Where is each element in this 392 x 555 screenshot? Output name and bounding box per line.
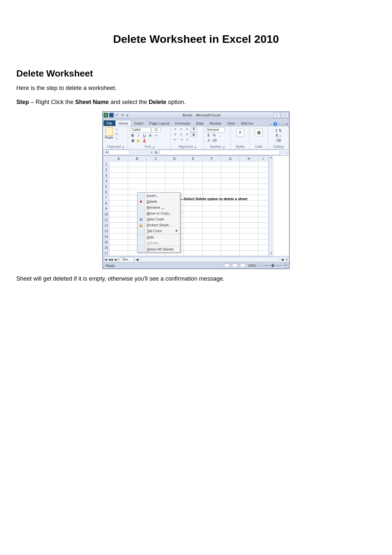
row-header[interactable]: 4 bbox=[103, 178, 109, 184]
row-header[interactable]: 12 bbox=[103, 223, 109, 228]
underline-button[interactable]: U bbox=[142, 133, 147, 138]
cells-icon[interactable]: ▦ bbox=[255, 129, 263, 136]
inc-decimal-button[interactable]: .0 bbox=[206, 138, 211, 143]
row-header[interactable]: 17 bbox=[103, 251, 109, 256]
vertical-scrollbar[interactable]: ▲ ▼ bbox=[269, 156, 273, 256]
tab-addins[interactable]: Add-Ins bbox=[238, 120, 256, 126]
row-header[interactable]: 6 bbox=[103, 189, 109, 195]
view-layout-button[interactable] bbox=[232, 263, 238, 268]
ctx-rename[interactable]: Rename bbox=[138, 204, 180, 210]
namebox-dropdown[interactable]: ▾ bbox=[150, 151, 154, 154]
align-right[interactable]: ≡ bbox=[185, 132, 190, 136]
currency-button[interactable]: $ bbox=[206, 133, 211, 138]
fx-icon[interactable]: fx bbox=[154, 150, 159, 154]
shrink-font-button[interactable]: A bbox=[154, 133, 159, 138]
col-header[interactable]: C bbox=[147, 156, 165, 162]
orientation[interactable]: ⤭ bbox=[185, 138, 190, 142]
font-name-select[interactable]: Calibri bbox=[130, 127, 151, 132]
tab-home[interactable]: Home bbox=[115, 120, 131, 126]
sort-button[interactable]: ⇅ bbox=[279, 129, 282, 133]
col-header[interactable]: F bbox=[203, 156, 221, 162]
copy-icon[interactable]: ⧉ bbox=[115, 132, 119, 136]
ctx-tab-color[interactable]: Tab Color▶ bbox=[138, 228, 180, 234]
col-header[interactable]: G bbox=[221, 156, 240, 162]
format-painter-icon[interactable]: ✎ bbox=[115, 137, 119, 141]
bold-button[interactable]: B bbox=[130, 133, 135, 138]
ctx-delete[interactable]: ✖ Delete ← bbox=[138, 199, 180, 204]
minimize-ribbon-icon[interactable]: ⌄ bbox=[269, 122, 272, 126]
wb-close[interactable]: x bbox=[286, 122, 288, 126]
font-size-select[interactable]: 11 bbox=[152, 127, 161, 132]
row-header[interactable]: 1 bbox=[103, 162, 109, 167]
tab-file[interactable]: File bbox=[104, 120, 115, 126]
col-header[interactable]: I bbox=[258, 156, 269, 162]
scroll-up-icon[interactable]: ▲ bbox=[269, 156, 273, 160]
fill-button[interactable]: ⬇ bbox=[275, 133, 278, 138]
font-color-button[interactable]: A bbox=[142, 138, 147, 143]
col-header[interactable]: A bbox=[109, 156, 128, 162]
help-icon[interactable]: ? bbox=[273, 122, 277, 126]
worksheet-grid[interactable]: A B C D E F G H I 1 2 3 4 5 6 7 8 9 10 1… bbox=[103, 156, 269, 256]
col-header[interactable]: E bbox=[184, 156, 203, 162]
fx-expand[interactable]: ⌄ bbox=[285, 151, 289, 154]
fill-color-button[interactable]: ◧ bbox=[136, 138, 141, 143]
row-header[interactable]: 14 bbox=[103, 234, 109, 239]
row-header[interactable]: 7 bbox=[103, 195, 109, 200]
save-icon[interactable] bbox=[109, 113, 114, 117]
find-button[interactable]: ⌕ bbox=[279, 133, 282, 138]
wb-minimize[interactable]: ─ bbox=[279, 122, 281, 126]
row-header[interactable]: 8 bbox=[103, 200, 109, 206]
align-mid[interactable]: ≡ bbox=[179, 127, 184, 131]
indent-inc[interactable]: ⇥ bbox=[179, 138, 184, 142]
row-header[interactable]: 15 bbox=[103, 239, 109, 245]
wrap-text-button[interactable]: ≣ bbox=[190, 127, 197, 132]
cut-icon[interactable]: ✂ bbox=[115, 127, 119, 131]
ctx-insert[interactable]: Insert... bbox=[138, 193, 180, 199]
align-top[interactable]: ≡ bbox=[173, 127, 178, 131]
comma-button[interactable]: , bbox=[218, 133, 223, 138]
zoom-slider[interactable] bbox=[263, 265, 282, 266]
tab-insert[interactable]: Insert bbox=[131, 120, 146, 126]
maximize-button[interactable]: □ bbox=[281, 113, 288, 118]
row-header[interactable]: 9 bbox=[103, 206, 109, 212]
styles-icon[interactable]: A bbox=[236, 129, 244, 136]
col-header[interactable]: B bbox=[128, 156, 147, 162]
scroll-down-icon[interactable]: ▼ bbox=[269, 252, 273, 256]
sheet-tab[interactable]: She… bbox=[120, 257, 134, 262]
view-pagebreak-button[interactable] bbox=[240, 263, 246, 268]
row-header[interactable]: 16 bbox=[103, 245, 109, 251]
ctx-hide[interactable]: Hide bbox=[138, 234, 180, 240]
clear-button[interactable]: ⌫ bbox=[276, 138, 281, 143]
select-all-corner[interactable] bbox=[103, 156, 109, 162]
undo-button[interactable]: ↶ bbox=[115, 113, 119, 117]
row-header[interactable]: 2 bbox=[103, 167, 109, 173]
paste-button[interactable]: Paste bbox=[105, 127, 113, 139]
row-header[interactable]: 13 bbox=[103, 228, 109, 234]
tab-page-layout[interactable]: Page Layout bbox=[146, 120, 172, 126]
grow-font-button[interactable]: A bbox=[148, 133, 153, 138]
row-header[interactable]: 10 bbox=[103, 212, 109, 217]
align-left[interactable]: ≡ bbox=[173, 132, 178, 136]
split-handle[interactable]: ▯ bbox=[285, 258, 289, 261]
percent-button[interactable]: % bbox=[212, 133, 217, 138]
formula-bar[interactable] bbox=[159, 150, 280, 155]
dec-decimal-button[interactable]: .00 bbox=[212, 138, 217, 143]
horizontal-scrollbar[interactable]: ◀▶ bbox=[136, 257, 285, 261]
view-normal-button[interactable] bbox=[224, 263, 230, 268]
merge-button[interactable]: ▦ bbox=[190, 132, 197, 137]
qat-more[interactable]: ▾ bbox=[126, 113, 129, 117]
ctx-view-code[interactable]: ▤View Code bbox=[138, 216, 180, 222]
tab-view[interactable]: View bbox=[224, 120, 238, 126]
name-box[interactable]: A1 bbox=[104, 150, 130, 155]
ctx-select-all[interactable]: Select All Sheets bbox=[138, 246, 180, 252]
sheet-nav[interactable]: I◀ ◀ ▶ ▶I bbox=[103, 258, 119, 261]
italic-button[interactable]: I bbox=[136, 133, 141, 138]
number-format-select[interactable]: General bbox=[206, 127, 225, 132]
row-header[interactable]: 3 bbox=[103, 173, 109, 178]
redo-button[interactable]: ↷ bbox=[120, 113, 125, 117]
tab-review[interactable]: Review bbox=[206, 120, 224, 126]
minimize-button[interactable]: ─ bbox=[273, 113, 281, 118]
zoom-in-button[interactable]: + bbox=[283, 263, 288, 268]
col-header[interactable]: H bbox=[240, 156, 258, 162]
ctx-protect[interactable]: 🔒Protect Sheet... bbox=[138, 222, 180, 228]
